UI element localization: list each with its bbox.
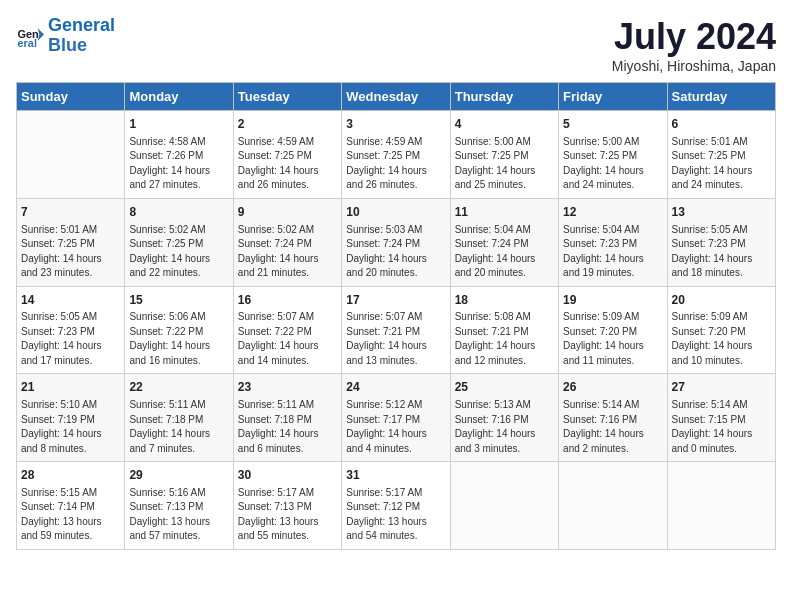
day-info: Sunrise: 5:04 AM Sunset: 7:23 PM Dayligh… [563, 223, 662, 281]
day-info: Sunrise: 5:14 AM Sunset: 7:15 PM Dayligh… [672, 398, 771, 456]
logo-icon: Gen eral [16, 22, 44, 50]
month-title: July 2024 [612, 16, 776, 58]
day-number: 2 [238, 116, 337, 133]
day-number: 24 [346, 379, 445, 396]
calendar-cell: 3Sunrise: 4:59 AM Sunset: 7:25 PM Daylig… [342, 111, 450, 199]
day-info: Sunrise: 5:17 AM Sunset: 7:13 PM Dayligh… [238, 486, 337, 544]
title-area: July 2024 Miyoshi, Hiroshima, Japan [612, 16, 776, 74]
day-info: Sunrise: 4:58 AM Sunset: 7:26 PM Dayligh… [129, 135, 228, 193]
day-info: Sunrise: 5:07 AM Sunset: 7:22 PM Dayligh… [238, 310, 337, 368]
day-info: Sunrise: 5:11 AM Sunset: 7:18 PM Dayligh… [238, 398, 337, 456]
day-number: 31 [346, 467, 445, 484]
calendar-cell: 22Sunrise: 5:11 AM Sunset: 7:18 PM Dayli… [125, 374, 233, 462]
day-number: 26 [563, 379, 662, 396]
day-info: Sunrise: 5:13 AM Sunset: 7:16 PM Dayligh… [455, 398, 554, 456]
day-number: 27 [672, 379, 771, 396]
calendar-cell: 12Sunrise: 5:04 AM Sunset: 7:23 PM Dayli… [559, 198, 667, 286]
day-number: 1 [129, 116, 228, 133]
day-number: 15 [129, 292, 228, 309]
day-info: Sunrise: 5:11 AM Sunset: 7:18 PM Dayligh… [129, 398, 228, 456]
weekday-header-friday: Friday [559, 83, 667, 111]
calendar-cell: 17Sunrise: 5:07 AM Sunset: 7:21 PM Dayli… [342, 286, 450, 374]
day-info: Sunrise: 4:59 AM Sunset: 7:25 PM Dayligh… [238, 135, 337, 193]
calendar-cell: 21Sunrise: 5:10 AM Sunset: 7:19 PM Dayli… [17, 374, 125, 462]
calendar-cell: 4Sunrise: 5:00 AM Sunset: 7:25 PM Daylig… [450, 111, 558, 199]
day-info: Sunrise: 5:16 AM Sunset: 7:13 PM Dayligh… [129, 486, 228, 544]
day-number: 17 [346, 292, 445, 309]
day-number: 28 [21, 467, 120, 484]
day-info: Sunrise: 5:05 AM Sunset: 7:23 PM Dayligh… [21, 310, 120, 368]
calendar-cell: 2Sunrise: 4:59 AM Sunset: 7:25 PM Daylig… [233, 111, 341, 199]
day-number: 20 [672, 292, 771, 309]
day-number: 10 [346, 204, 445, 221]
day-number: 4 [455, 116, 554, 133]
weekday-header-row: SundayMondayTuesdayWednesdayThursdayFrid… [17, 83, 776, 111]
day-info: Sunrise: 5:03 AM Sunset: 7:24 PM Dayligh… [346, 223, 445, 281]
logo: Gen eral General Blue [16, 16, 115, 56]
week-row-4: 21Sunrise: 5:10 AM Sunset: 7:19 PM Dayli… [17, 374, 776, 462]
calendar-cell: 6Sunrise: 5:01 AM Sunset: 7:25 PM Daylig… [667, 111, 775, 199]
calendar-cell: 8Sunrise: 5:02 AM Sunset: 7:25 PM Daylig… [125, 198, 233, 286]
calendar-cell: 24Sunrise: 5:12 AM Sunset: 7:17 PM Dayli… [342, 374, 450, 462]
calendar-cell: 16Sunrise: 5:07 AM Sunset: 7:22 PM Dayli… [233, 286, 341, 374]
calendar-cell: 14Sunrise: 5:05 AM Sunset: 7:23 PM Dayli… [17, 286, 125, 374]
weekday-header-thursday: Thursday [450, 83, 558, 111]
calendar-cell: 11Sunrise: 5:04 AM Sunset: 7:24 PM Dayli… [450, 198, 558, 286]
calendar-cell: 29Sunrise: 5:16 AM Sunset: 7:13 PM Dayli… [125, 462, 233, 550]
day-info: Sunrise: 5:06 AM Sunset: 7:22 PM Dayligh… [129, 310, 228, 368]
calendar-cell [667, 462, 775, 550]
day-info: Sunrise: 5:10 AM Sunset: 7:19 PM Dayligh… [21, 398, 120, 456]
day-info: Sunrise: 5:08 AM Sunset: 7:21 PM Dayligh… [455, 310, 554, 368]
weekday-header-wednesday: Wednesday [342, 83, 450, 111]
day-number: 25 [455, 379, 554, 396]
weekday-header-saturday: Saturday [667, 83, 775, 111]
calendar-cell: 27Sunrise: 5:14 AM Sunset: 7:15 PM Dayli… [667, 374, 775, 462]
calendar-cell: 9Sunrise: 5:02 AM Sunset: 7:24 PM Daylig… [233, 198, 341, 286]
day-info: Sunrise: 5:00 AM Sunset: 7:25 PM Dayligh… [563, 135, 662, 193]
calendar-cell: 28Sunrise: 5:15 AM Sunset: 7:14 PM Dayli… [17, 462, 125, 550]
week-row-1: 1Sunrise: 4:58 AM Sunset: 7:26 PM Daylig… [17, 111, 776, 199]
calendar-cell: 25Sunrise: 5:13 AM Sunset: 7:16 PM Dayli… [450, 374, 558, 462]
calendar-cell: 20Sunrise: 5:09 AM Sunset: 7:20 PM Dayli… [667, 286, 775, 374]
day-number: 11 [455, 204, 554, 221]
day-info: Sunrise: 5:07 AM Sunset: 7:21 PM Dayligh… [346, 310, 445, 368]
day-info: Sunrise: 5:14 AM Sunset: 7:16 PM Dayligh… [563, 398, 662, 456]
day-number: 14 [21, 292, 120, 309]
day-number: 9 [238, 204, 337, 221]
day-number: 23 [238, 379, 337, 396]
day-info: Sunrise: 5:17 AM Sunset: 7:12 PM Dayligh… [346, 486, 445, 544]
svg-text:eral: eral [18, 37, 37, 49]
calendar-cell: 23Sunrise: 5:11 AM Sunset: 7:18 PM Dayli… [233, 374, 341, 462]
day-number: 7 [21, 204, 120, 221]
day-number: 29 [129, 467, 228, 484]
calendar-cell: 1Sunrise: 4:58 AM Sunset: 7:26 PM Daylig… [125, 111, 233, 199]
day-info: Sunrise: 5:02 AM Sunset: 7:24 PM Dayligh… [238, 223, 337, 281]
day-number: 12 [563, 204, 662, 221]
week-row-5: 28Sunrise: 5:15 AM Sunset: 7:14 PM Dayli… [17, 462, 776, 550]
calendar-cell: 5Sunrise: 5:00 AM Sunset: 7:25 PM Daylig… [559, 111, 667, 199]
calendar-cell [17, 111, 125, 199]
calendar-cell: 31Sunrise: 5:17 AM Sunset: 7:12 PM Dayli… [342, 462, 450, 550]
day-info: Sunrise: 5:01 AM Sunset: 7:25 PM Dayligh… [21, 223, 120, 281]
weekday-header-monday: Monday [125, 83, 233, 111]
calendar-cell: 7Sunrise: 5:01 AM Sunset: 7:25 PM Daylig… [17, 198, 125, 286]
day-info: Sunrise: 5:15 AM Sunset: 7:14 PM Dayligh… [21, 486, 120, 544]
day-number: 13 [672, 204, 771, 221]
day-number: 3 [346, 116, 445, 133]
calendar-cell: 10Sunrise: 5:03 AM Sunset: 7:24 PM Dayli… [342, 198, 450, 286]
day-info: Sunrise: 5:01 AM Sunset: 7:25 PM Dayligh… [672, 135, 771, 193]
calendar-cell [450, 462, 558, 550]
day-number: 18 [455, 292, 554, 309]
day-info: Sunrise: 5:09 AM Sunset: 7:20 PM Dayligh… [563, 310, 662, 368]
day-info: Sunrise: 5:05 AM Sunset: 7:23 PM Dayligh… [672, 223, 771, 281]
location: Miyoshi, Hiroshima, Japan [612, 58, 776, 74]
calendar-cell: 13Sunrise: 5:05 AM Sunset: 7:23 PM Dayli… [667, 198, 775, 286]
day-number: 6 [672, 116, 771, 133]
day-info: Sunrise: 5:02 AM Sunset: 7:25 PM Dayligh… [129, 223, 228, 281]
calendar-cell [559, 462, 667, 550]
day-number: 21 [21, 379, 120, 396]
day-number: 5 [563, 116, 662, 133]
day-number: 30 [238, 467, 337, 484]
day-number: 8 [129, 204, 228, 221]
day-info: Sunrise: 5:12 AM Sunset: 7:17 PM Dayligh… [346, 398, 445, 456]
